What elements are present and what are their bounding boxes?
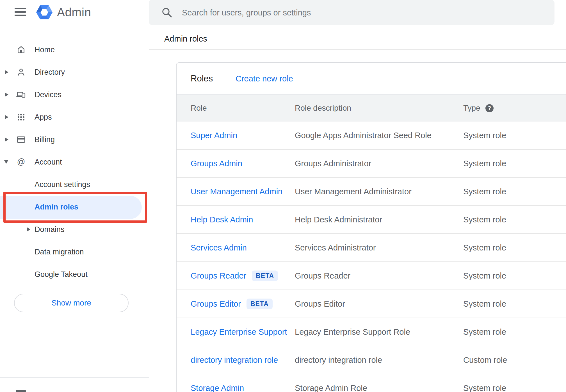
admin-console-page: Admin HomeDirectoryDevicesAppsBilling@Ac… — [0, 0, 566, 392]
sidebar-subitem-label: Domains — [35, 225, 65, 234]
sidebar-subitem-data-migration[interactable]: Data migration — [0, 241, 149, 263]
table-row: Storage AdminStorage Admin RoleSystem ro… — [177, 374, 566, 392]
chevron-down-icon[interactable] — [4, 160, 8, 164]
role-type: Custom role — [463, 355, 507, 365]
apps-icon — [16, 112, 26, 122]
sidebar-subitem-label: Data migration — [35, 248, 84, 256]
sidebar-subitem-domains[interactable]: Domains — [0, 218, 149, 241]
sidebar-subitem-admin-roles[interactable]: Admin roles — [0, 196, 149, 218]
at-icon: @ — [16, 157, 26, 167]
table-body: Super AdminGoogle Apps Administrator See… — [177, 122, 566, 392]
sidebar-subitem-google-takeout[interactable]: Google Takeout — [0, 263, 149, 286]
card-title: Roles — [191, 74, 213, 84]
sidebar-item-devices[interactable]: Devices — [0, 83, 149, 106]
table-row: Services AdminServices AdministratorSyst… — [177, 234, 566, 262]
role-description: User Management Administrator — [295, 187, 412, 196]
role-type: System role — [463, 215, 506, 224]
brand-header: Admin — [0, 0, 149, 26]
partial-bottom-icon — [16, 390, 26, 392]
role-link[interactable]: Help Desk Admin — [191, 215, 253, 224]
role-type: System role — [463, 243, 506, 252]
role-type: System role — [463, 187, 506, 196]
role-link[interactable]: directory integration role — [191, 355, 278, 365]
chevron-right-icon[interactable] — [5, 115, 8, 119]
table-row: User Management AdminUser Management Adm… — [177, 178, 566, 206]
role-description: Groups Administrator — [295, 159, 371, 168]
column-header-role: Role — [191, 104, 207, 113]
table-row: Super AdminGoogle Apps Administrator See… — [177, 122, 566, 150]
chevron-right-icon[interactable] — [5, 93, 8, 97]
breadcrumb: Admin roles — [164, 34, 207, 44]
column-header-type-label: Type — [463, 104, 480, 113]
column-header-type: Type ? — [463, 104, 494, 113]
card-icon — [16, 135, 26, 144]
sidebar-item-label: Directory — [35, 68, 65, 77]
show-more-button[interactable]: Show more — [14, 294, 129, 312]
sidebar-subitem-label: Account settings — [35, 180, 90, 189]
sidebar-nav: HomeDirectoryDevicesAppsBilling@AccountA… — [0, 38, 149, 286]
role-link[interactable]: Groups EditorBETA — [191, 299, 273, 309]
search-icon — [161, 6, 173, 19]
svg-text:@: @ — [17, 157, 25, 166]
chevron-right-icon[interactable] — [27, 227, 30, 231]
person-icon — [16, 67, 26, 77]
sidebar-item-account[interactable]: @Account — [0, 151, 149, 173]
chevron-right-icon[interactable] — [5, 138, 8, 142]
table-row: Groups EditorBETAGroups EditorSystem rol… — [177, 290, 566, 318]
sidebar-item-label: Apps — [35, 113, 52, 122]
role-type: System role — [463, 131, 506, 140]
chevron-right-icon[interactable] — [5, 70, 8, 74]
home-icon — [16, 45, 26, 54]
sidebar-item-home[interactable]: Home — [0, 38, 149, 61]
create-new-role-link[interactable]: Create new role — [236, 74, 293, 83]
role-description: Help Desk Administrator — [295, 215, 382, 224]
role-type: System role — [463, 327, 506, 337]
role-type: System role — [463, 384, 506, 392]
role-link[interactable]: Super Admin — [191, 131, 237, 140]
role-type: System role — [463, 299, 506, 309]
role-link[interactable]: User Management Admin — [191, 187, 282, 196]
sidebar-divider — [0, 377, 149, 378]
role-type: System role — [463, 271, 506, 281]
sidebar-subitem-label: Admin roles — [35, 203, 78, 211]
role-link[interactable]: Services Admin — [191, 243, 247, 252]
sidebar-item-apps[interactable]: Apps — [0, 106, 149, 128]
sidebar-subitem-account-settings[interactable]: Account settings — [0, 173, 149, 196]
role-link[interactable]: Groups Admin — [191, 159, 242, 168]
table-row: Help Desk AdminHelp Desk AdministratorSy… — [177, 206, 566, 234]
role-link[interactable]: Groups ReaderBETA — [191, 271, 278, 281]
table-row: directory integration roledirectory inte… — [177, 346, 566, 374]
admin-logo-icon — [36, 5, 53, 20]
sidebar-item-directory[interactable]: Directory — [0, 61, 149, 83]
role-description: Groups Editor — [295, 299, 345, 309]
role-link[interactable]: Storage Admin — [191, 384, 244, 392]
role-description: Legacy Enterprise Support Role — [295, 327, 410, 337]
column-header-description: Role description — [295, 104, 351, 113]
devices-icon — [16, 90, 26, 99]
sidebar-item-label: Account — [35, 158, 62, 167]
beta-badge: BETA — [247, 299, 273, 309]
role-description: directory integration role — [295, 355, 382, 365]
sidebar: Admin HomeDirectoryDevicesAppsBilling@Ac… — [0, 0, 149, 392]
search-input[interactable]: Search for users, groups or settings — [182, 8, 311, 17]
app-title: Admin — [57, 6, 91, 19]
role-link[interactable]: Legacy Enterprise Support — [191, 327, 287, 337]
table-row: Groups AdminGroups AdministratorSystem r… — [177, 150, 566, 178]
sidebar-item-label: Home — [35, 45, 55, 54]
table-row: Groups ReaderBETAGroups ReaderSystem rol… — [177, 262, 566, 290]
card-header: Roles Create new role — [177, 63, 566, 94]
roles-card: Roles Create new role Role Role descript… — [176, 62, 566, 392]
sidebar-item-label: Devices — [35, 90, 61, 99]
beta-badge: BETA — [252, 271, 278, 281]
sidebar-item-label: Billing — [35, 135, 55, 144]
sidebar-subitem-label: Google Takeout — [35, 270, 88, 279]
help-icon[interactable]: ? — [485, 104, 494, 112]
role-description: Storage Admin Role — [295, 384, 367, 392]
hamburger-menu-icon[interactable] — [15, 8, 26, 16]
search-bar[interactable]: Search for users, groups or settings — [149, 0, 554, 25]
sidebar-item-billing[interactable]: Billing — [0, 128, 149, 151]
role-type: System role — [463, 159, 506, 168]
header-divider — [149, 49, 566, 50]
table-row: Legacy Enterprise SupportLegacy Enterpri… — [177, 318, 566, 346]
show-more-label: Show more — [51, 298, 91, 307]
